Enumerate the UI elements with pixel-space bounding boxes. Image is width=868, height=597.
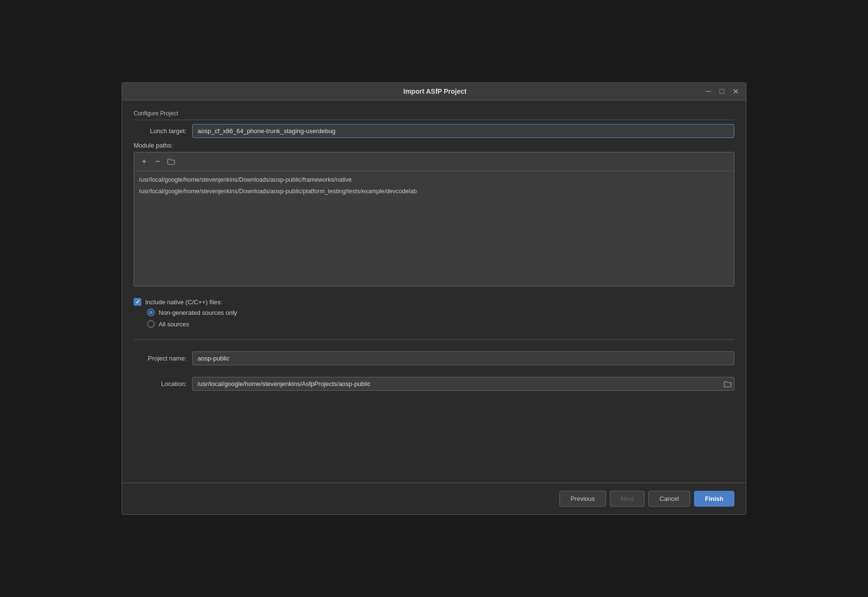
- browse-path-button[interactable]: [165, 155, 177, 168]
- include-native-label: Include native (C/C++) files:: [145, 298, 222, 306]
- module-paths-label: Module paths:: [134, 142, 734, 149]
- project-name-label: Project name:: [134, 355, 186, 362]
- import-dialog: Import ASfP Project ─ □ ✕ Configure Proj…: [122, 82, 746, 515]
- divider: [134, 339, 734, 340]
- configure-project-section: Configure Project Lunch target: Module p…: [134, 110, 734, 290]
- remove-path-button[interactable]: −: [151, 155, 164, 168]
- radio-non-generated-label: Non-generated sources only: [159, 309, 237, 316]
- dialog-body: Configure Project Lunch target: Module p…: [122, 100, 746, 483]
- list-item: /usr/local/google/home/stevenjenkins/Dow…: [139, 174, 729, 186]
- include-native-row: Include native (C/C++) files:: [134, 298, 734, 306]
- location-browse-button[interactable]: [724, 381, 732, 387]
- minimize-button[interactable]: ─: [704, 87, 713, 96]
- location-row: Location:: [134, 377, 734, 391]
- location-input-wrap: [192, 377, 734, 391]
- radio-all-sources[interactable]: All sources: [147, 320, 734, 328]
- section-title: Configure Project: [134, 110, 734, 120]
- dialog-title: Import ASfP Project: [166, 87, 704, 95]
- include-native-checkbox[interactable]: [134, 298, 141, 306]
- list-item: /usr/local/google/home/stevenjenkins/Dow…: [139, 186, 729, 197]
- radio-all-sources-label: All sources: [159, 321, 189, 328]
- project-name-input[interactable]: [192, 351, 734, 365]
- finish-button[interactable]: Finish: [694, 491, 734, 507]
- radio-group: Non-generated sources only All sources: [147, 309, 734, 328]
- module-paths-section: Module paths: + − /usr/local/google/home…: [134, 142, 734, 286]
- radio-all-sources-btn[interactable]: [147, 320, 155, 328]
- radio-non-generated-btn[interactable]: [147, 309, 155, 316]
- title-bar: Import ASfP Project ─ □ ✕: [122, 83, 746, 100]
- previous-button[interactable]: Previous: [559, 491, 606, 507]
- lunch-target-input[interactable]: [192, 124, 734, 138]
- dialog-footer: Previous Next Cancel Finish: [122, 483, 746, 514]
- location-label: Location:: [134, 380, 186, 387]
- radio-non-generated-inner: [149, 311, 153, 314]
- add-path-button[interactable]: +: [138, 155, 150, 168]
- radio-non-generated[interactable]: Non-generated sources only: [147, 309, 734, 316]
- include-native-section: Include native (C/C++) files: Non-genera…: [134, 298, 734, 328]
- location-input[interactable]: [192, 377, 734, 391]
- project-name-row: Project name:: [134, 351, 734, 365]
- window-controls: ─ □ ✕: [704, 87, 740, 96]
- next-button[interactable]: Next: [610, 491, 645, 507]
- module-paths-box: + − /usr/local/google/home/stevenjenkins…: [134, 152, 734, 286]
- close-button[interactable]: ✕: [731, 87, 740, 96]
- module-paths-list: /usr/local/google/home/stevenjenkins/Dow…: [134, 171, 734, 200]
- maximize-button[interactable]: □: [717, 87, 727, 96]
- cancel-button[interactable]: Cancel: [648, 491, 690, 507]
- lunch-target-label: Lunch target:: [134, 127, 186, 135]
- module-paths-toolbar: + −: [134, 152, 734, 171]
- lunch-target-row: Lunch target:: [134, 124, 734, 138]
